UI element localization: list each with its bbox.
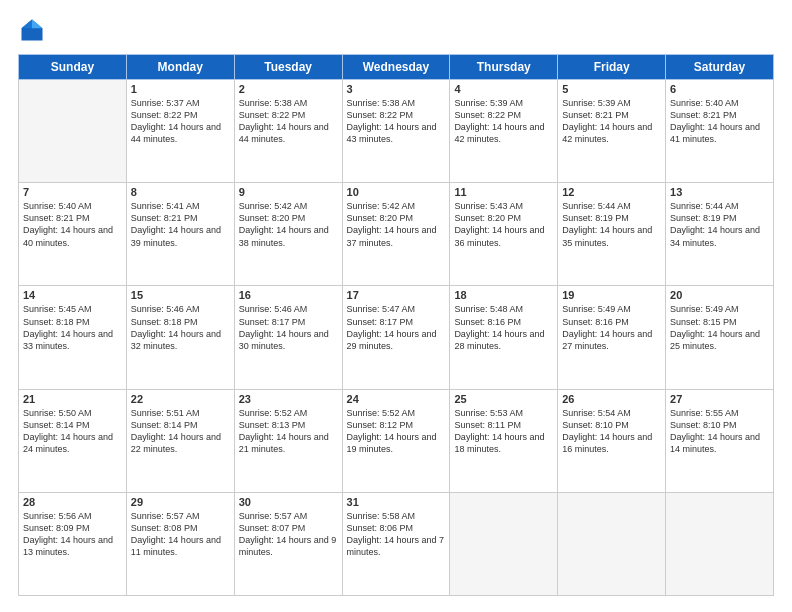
calendar-week-0: 1Sunrise: 5:37 AMSunset: 8:22 PMDaylight… bbox=[19, 80, 774, 183]
cell-info: Sunrise: 5:41 AMSunset: 8:21 PMDaylight:… bbox=[131, 200, 230, 249]
page-header bbox=[18, 16, 774, 44]
calendar-cell: 9Sunrise: 5:42 AMSunset: 8:20 PMDaylight… bbox=[234, 183, 342, 286]
calendar-cell: 27Sunrise: 5:55 AMSunset: 8:10 PMDayligh… bbox=[666, 389, 774, 492]
calendar-cell: 20Sunrise: 5:49 AMSunset: 8:15 PMDayligh… bbox=[666, 286, 774, 389]
calendar-cell: 11Sunrise: 5:43 AMSunset: 8:20 PMDayligh… bbox=[450, 183, 558, 286]
cell-info: Sunrise: 5:52 AMSunset: 8:13 PMDaylight:… bbox=[239, 407, 338, 456]
calendar-week-1: 7Sunrise: 5:40 AMSunset: 8:21 PMDaylight… bbox=[19, 183, 774, 286]
day-number: 25 bbox=[454, 393, 553, 405]
day-number: 6 bbox=[670, 83, 769, 95]
day-number: 11 bbox=[454, 186, 553, 198]
day-number: 1 bbox=[131, 83, 230, 95]
day-number: 3 bbox=[347, 83, 446, 95]
calendar-cell: 10Sunrise: 5:42 AMSunset: 8:20 PMDayligh… bbox=[342, 183, 450, 286]
day-number: 17 bbox=[347, 289, 446, 301]
cell-info: Sunrise: 5:45 AMSunset: 8:18 PMDaylight:… bbox=[23, 303, 122, 352]
weekday-wednesday: Wednesday bbox=[342, 55, 450, 80]
cell-info: Sunrise: 5:49 AMSunset: 8:15 PMDaylight:… bbox=[670, 303, 769, 352]
calendar-cell: 24Sunrise: 5:52 AMSunset: 8:12 PMDayligh… bbox=[342, 389, 450, 492]
weekday-saturday: Saturday bbox=[666, 55, 774, 80]
calendar-cell bbox=[666, 492, 774, 595]
day-number: 10 bbox=[347, 186, 446, 198]
weekday-tuesday: Tuesday bbox=[234, 55, 342, 80]
calendar-cell: 25Sunrise: 5:53 AMSunset: 8:11 PMDayligh… bbox=[450, 389, 558, 492]
cell-info: Sunrise: 5:48 AMSunset: 8:16 PMDaylight:… bbox=[454, 303, 553, 352]
day-number: 29 bbox=[131, 496, 230, 508]
calendar-cell: 18Sunrise: 5:48 AMSunset: 8:16 PMDayligh… bbox=[450, 286, 558, 389]
day-number: 9 bbox=[239, 186, 338, 198]
day-number: 19 bbox=[562, 289, 661, 301]
calendar-cell: 6Sunrise: 5:40 AMSunset: 8:21 PMDaylight… bbox=[666, 80, 774, 183]
cell-info: Sunrise: 5:51 AMSunset: 8:14 PMDaylight:… bbox=[131, 407, 230, 456]
weekday-friday: Friday bbox=[558, 55, 666, 80]
calendar-cell: 23Sunrise: 5:52 AMSunset: 8:13 PMDayligh… bbox=[234, 389, 342, 492]
cell-info: Sunrise: 5:56 AMSunset: 8:09 PMDaylight:… bbox=[23, 510, 122, 559]
cell-info: Sunrise: 5:44 AMSunset: 8:19 PMDaylight:… bbox=[670, 200, 769, 249]
day-number: 8 bbox=[131, 186, 230, 198]
calendar-cell bbox=[450, 492, 558, 595]
weekday-header-row: SundayMondayTuesdayWednesdayThursdayFrid… bbox=[19, 55, 774, 80]
day-number: 30 bbox=[239, 496, 338, 508]
cell-info: Sunrise: 5:39 AMSunset: 8:21 PMDaylight:… bbox=[562, 97, 661, 146]
calendar-cell: 15Sunrise: 5:46 AMSunset: 8:18 PMDayligh… bbox=[126, 286, 234, 389]
day-number: 5 bbox=[562, 83, 661, 95]
calendar-cell: 4Sunrise: 5:39 AMSunset: 8:22 PMDaylight… bbox=[450, 80, 558, 183]
day-number: 16 bbox=[239, 289, 338, 301]
svg-marker-1 bbox=[32, 20, 43, 29]
calendar-cell bbox=[558, 492, 666, 595]
cell-info: Sunrise: 5:38 AMSunset: 8:22 PMDaylight:… bbox=[347, 97, 446, 146]
calendar-cell: 31Sunrise: 5:58 AMSunset: 8:06 PMDayligh… bbox=[342, 492, 450, 595]
calendar-cell: 26Sunrise: 5:54 AMSunset: 8:10 PMDayligh… bbox=[558, 389, 666, 492]
cell-info: Sunrise: 5:46 AMSunset: 8:18 PMDaylight:… bbox=[131, 303, 230, 352]
calendar-cell: 16Sunrise: 5:46 AMSunset: 8:17 PMDayligh… bbox=[234, 286, 342, 389]
calendar-cell: 14Sunrise: 5:45 AMSunset: 8:18 PMDayligh… bbox=[19, 286, 127, 389]
weekday-thursday: Thursday bbox=[450, 55, 558, 80]
calendar-cell: 29Sunrise: 5:57 AMSunset: 8:08 PMDayligh… bbox=[126, 492, 234, 595]
cell-info: Sunrise: 5:47 AMSunset: 8:17 PMDaylight:… bbox=[347, 303, 446, 352]
weekday-monday: Monday bbox=[126, 55, 234, 80]
day-number: 31 bbox=[347, 496, 446, 508]
cell-info: Sunrise: 5:37 AMSunset: 8:22 PMDaylight:… bbox=[131, 97, 230, 146]
day-number: 21 bbox=[23, 393, 122, 405]
calendar-cell: 2Sunrise: 5:38 AMSunset: 8:22 PMDaylight… bbox=[234, 80, 342, 183]
calendar-cell: 1Sunrise: 5:37 AMSunset: 8:22 PMDaylight… bbox=[126, 80, 234, 183]
cell-info: Sunrise: 5:49 AMSunset: 8:16 PMDaylight:… bbox=[562, 303, 661, 352]
logo bbox=[18, 16, 50, 44]
calendar-cell: 30Sunrise: 5:57 AMSunset: 8:07 PMDayligh… bbox=[234, 492, 342, 595]
calendar-cell bbox=[19, 80, 127, 183]
cell-info: Sunrise: 5:40 AMSunset: 8:21 PMDaylight:… bbox=[23, 200, 122, 249]
cell-info: Sunrise: 5:43 AMSunset: 8:20 PMDaylight:… bbox=[454, 200, 553, 249]
cell-info: Sunrise: 5:57 AMSunset: 8:07 PMDaylight:… bbox=[239, 510, 338, 559]
calendar-cell: 3Sunrise: 5:38 AMSunset: 8:22 PMDaylight… bbox=[342, 80, 450, 183]
day-number: 15 bbox=[131, 289, 230, 301]
calendar-cell: 13Sunrise: 5:44 AMSunset: 8:19 PMDayligh… bbox=[666, 183, 774, 286]
day-number: 7 bbox=[23, 186, 122, 198]
cell-info: Sunrise: 5:39 AMSunset: 8:22 PMDaylight:… bbox=[454, 97, 553, 146]
day-number: 2 bbox=[239, 83, 338, 95]
cell-info: Sunrise: 5:42 AMSunset: 8:20 PMDaylight:… bbox=[239, 200, 338, 249]
cell-info: Sunrise: 5:46 AMSunset: 8:17 PMDaylight:… bbox=[239, 303, 338, 352]
cell-info: Sunrise: 5:52 AMSunset: 8:12 PMDaylight:… bbox=[347, 407, 446, 456]
logo-icon bbox=[18, 16, 46, 44]
calendar-cell: 12Sunrise: 5:44 AMSunset: 8:19 PMDayligh… bbox=[558, 183, 666, 286]
day-number: 24 bbox=[347, 393, 446, 405]
day-number: 27 bbox=[670, 393, 769, 405]
cell-info: Sunrise: 5:58 AMSunset: 8:06 PMDaylight:… bbox=[347, 510, 446, 559]
cell-info: Sunrise: 5:54 AMSunset: 8:10 PMDaylight:… bbox=[562, 407, 661, 456]
cell-info: Sunrise: 5:55 AMSunset: 8:10 PMDaylight:… bbox=[670, 407, 769, 456]
day-number: 14 bbox=[23, 289, 122, 301]
day-number: 26 bbox=[562, 393, 661, 405]
day-number: 22 bbox=[131, 393, 230, 405]
cell-info: Sunrise: 5:38 AMSunset: 8:22 PMDaylight:… bbox=[239, 97, 338, 146]
weekday-sunday: Sunday bbox=[19, 55, 127, 80]
svg-marker-2 bbox=[22, 20, 33, 29]
calendar-week-3: 21Sunrise: 5:50 AMSunset: 8:14 PMDayligh… bbox=[19, 389, 774, 492]
cell-info: Sunrise: 5:40 AMSunset: 8:21 PMDaylight:… bbox=[670, 97, 769, 146]
calendar-cell: 21Sunrise: 5:50 AMSunset: 8:14 PMDayligh… bbox=[19, 389, 127, 492]
calendar-table: SundayMondayTuesdayWednesdayThursdayFrid… bbox=[18, 54, 774, 596]
calendar-cell: 7Sunrise: 5:40 AMSunset: 8:21 PMDaylight… bbox=[19, 183, 127, 286]
cell-info: Sunrise: 5:53 AMSunset: 8:11 PMDaylight:… bbox=[454, 407, 553, 456]
calendar-cell: 22Sunrise: 5:51 AMSunset: 8:14 PMDayligh… bbox=[126, 389, 234, 492]
day-number: 23 bbox=[239, 393, 338, 405]
day-number: 13 bbox=[670, 186, 769, 198]
